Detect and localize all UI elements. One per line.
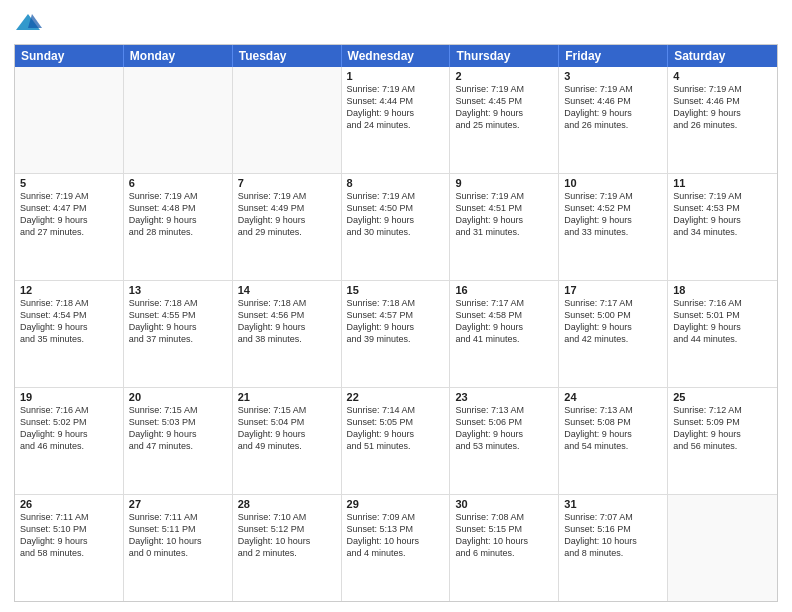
day-number: 14 [238, 284, 336, 296]
day-number: 6 [129, 177, 227, 189]
day-info: Sunrise: 7:17 AM Sunset: 4:58 PM Dayligh… [455, 297, 553, 346]
logo-icon [14, 10, 42, 38]
day-number: 13 [129, 284, 227, 296]
day-info: Sunrise: 7:10 AM Sunset: 5:12 PM Dayligh… [238, 511, 336, 560]
calendar-cell: 23Sunrise: 7:13 AM Sunset: 5:06 PM Dayli… [450, 388, 559, 494]
calendar-cell: 3Sunrise: 7:19 AM Sunset: 4:46 PM Daylig… [559, 67, 668, 173]
calendar-cell [668, 495, 777, 601]
day-info: Sunrise: 7:16 AM Sunset: 5:01 PM Dayligh… [673, 297, 772, 346]
day-info: Sunrise: 7:19 AM Sunset: 4:50 PM Dayligh… [347, 190, 445, 239]
day-info: Sunrise: 7:15 AM Sunset: 5:03 PM Dayligh… [129, 404, 227, 453]
day-info: Sunrise: 7:18 AM Sunset: 4:57 PM Dayligh… [347, 297, 445, 346]
day-number: 20 [129, 391, 227, 403]
calendar-cell: 19Sunrise: 7:16 AM Sunset: 5:02 PM Dayli… [15, 388, 124, 494]
calendar-cell: 12Sunrise: 7:18 AM Sunset: 4:54 PM Dayli… [15, 281, 124, 387]
calendar-row-1: 1Sunrise: 7:19 AM Sunset: 4:44 PM Daylig… [15, 67, 777, 174]
calendar-cell: 29Sunrise: 7:09 AM Sunset: 5:13 PM Dayli… [342, 495, 451, 601]
calendar-cell: 1Sunrise: 7:19 AM Sunset: 4:44 PM Daylig… [342, 67, 451, 173]
day-number: 25 [673, 391, 772, 403]
day-number: 5 [20, 177, 118, 189]
day-number: 16 [455, 284, 553, 296]
day-info: Sunrise: 7:16 AM Sunset: 5:02 PM Dayligh… [20, 404, 118, 453]
calendar-cell: 8Sunrise: 7:19 AM Sunset: 4:50 PM Daylig… [342, 174, 451, 280]
day-number: 4 [673, 70, 772, 82]
top-section [14, 10, 778, 38]
calendar-body: 1Sunrise: 7:19 AM Sunset: 4:44 PM Daylig… [15, 67, 777, 601]
calendar-cell: 6Sunrise: 7:19 AM Sunset: 4:48 PM Daylig… [124, 174, 233, 280]
calendar-cell: 25Sunrise: 7:12 AM Sunset: 5:09 PM Dayli… [668, 388, 777, 494]
header-day-wednesday: Wednesday [342, 45, 451, 67]
header-day-monday: Monday [124, 45, 233, 67]
calendar-row-3: 12Sunrise: 7:18 AM Sunset: 4:54 PM Dayli… [15, 281, 777, 388]
day-info: Sunrise: 7:19 AM Sunset: 4:47 PM Dayligh… [20, 190, 118, 239]
day-number: 18 [673, 284, 772, 296]
day-info: Sunrise: 7:15 AM Sunset: 5:04 PM Dayligh… [238, 404, 336, 453]
day-number: 11 [673, 177, 772, 189]
day-info: Sunrise: 7:14 AM Sunset: 5:05 PM Dayligh… [347, 404, 445, 453]
calendar-row-4: 19Sunrise: 7:16 AM Sunset: 5:02 PM Dayli… [15, 388, 777, 495]
day-info: Sunrise: 7:07 AM Sunset: 5:16 PM Dayligh… [564, 511, 662, 560]
calendar-cell: 14Sunrise: 7:18 AM Sunset: 4:56 PM Dayli… [233, 281, 342, 387]
day-info: Sunrise: 7:11 AM Sunset: 5:10 PM Dayligh… [20, 511, 118, 560]
logo [14, 10, 46, 38]
page: SundayMondayTuesdayWednesdayThursdayFrid… [0, 0, 792, 612]
calendar-cell: 11Sunrise: 7:19 AM Sunset: 4:53 PM Dayli… [668, 174, 777, 280]
calendar-cell: 22Sunrise: 7:14 AM Sunset: 5:05 PM Dayli… [342, 388, 451, 494]
calendar-cell: 31Sunrise: 7:07 AM Sunset: 5:16 PM Dayli… [559, 495, 668, 601]
calendar-cell: 10Sunrise: 7:19 AM Sunset: 4:52 PM Dayli… [559, 174, 668, 280]
day-number: 1 [347, 70, 445, 82]
header-day-saturday: Saturday [668, 45, 777, 67]
calendar-cell: 16Sunrise: 7:17 AM Sunset: 4:58 PM Dayli… [450, 281, 559, 387]
day-info: Sunrise: 7:19 AM Sunset: 4:49 PM Dayligh… [238, 190, 336, 239]
day-number: 26 [20, 498, 118, 510]
calendar-cell: 20Sunrise: 7:15 AM Sunset: 5:03 PM Dayli… [124, 388, 233, 494]
day-info: Sunrise: 7:19 AM Sunset: 4:53 PM Dayligh… [673, 190, 772, 239]
day-number: 21 [238, 391, 336, 403]
day-info: Sunrise: 7:13 AM Sunset: 5:08 PM Dayligh… [564, 404, 662, 453]
calendar-cell [15, 67, 124, 173]
calendar-cell: 15Sunrise: 7:18 AM Sunset: 4:57 PM Dayli… [342, 281, 451, 387]
day-info: Sunrise: 7:18 AM Sunset: 4:56 PM Dayligh… [238, 297, 336, 346]
calendar: SundayMondayTuesdayWednesdayThursdayFrid… [14, 44, 778, 602]
day-info: Sunrise: 7:09 AM Sunset: 5:13 PM Dayligh… [347, 511, 445, 560]
day-number: 29 [347, 498, 445, 510]
day-number: 3 [564, 70, 662, 82]
calendar-cell [233, 67, 342, 173]
day-number: 24 [564, 391, 662, 403]
calendar-header: SundayMondayTuesdayWednesdayThursdayFrid… [15, 45, 777, 67]
header-day-thursday: Thursday [450, 45, 559, 67]
day-info: Sunrise: 7:08 AM Sunset: 5:15 PM Dayligh… [455, 511, 553, 560]
day-info: Sunrise: 7:17 AM Sunset: 5:00 PM Dayligh… [564, 297, 662, 346]
calendar-cell: 7Sunrise: 7:19 AM Sunset: 4:49 PM Daylig… [233, 174, 342, 280]
day-number: 27 [129, 498, 227, 510]
calendar-cell: 21Sunrise: 7:15 AM Sunset: 5:04 PM Dayli… [233, 388, 342, 494]
calendar-cell: 5Sunrise: 7:19 AM Sunset: 4:47 PM Daylig… [15, 174, 124, 280]
header-day-sunday: Sunday [15, 45, 124, 67]
day-info: Sunrise: 7:11 AM Sunset: 5:11 PM Dayligh… [129, 511, 227, 560]
calendar-cell: 24Sunrise: 7:13 AM Sunset: 5:08 PM Dayli… [559, 388, 668, 494]
day-number: 28 [238, 498, 336, 510]
day-number: 31 [564, 498, 662, 510]
day-number: 10 [564, 177, 662, 189]
day-info: Sunrise: 7:19 AM Sunset: 4:52 PM Dayligh… [564, 190, 662, 239]
calendar-cell: 17Sunrise: 7:17 AM Sunset: 5:00 PM Dayli… [559, 281, 668, 387]
day-info: Sunrise: 7:19 AM Sunset: 4:46 PM Dayligh… [564, 83, 662, 132]
day-info: Sunrise: 7:18 AM Sunset: 4:54 PM Dayligh… [20, 297, 118, 346]
header-day-tuesday: Tuesday [233, 45, 342, 67]
day-number: 19 [20, 391, 118, 403]
calendar-cell: 28Sunrise: 7:10 AM Sunset: 5:12 PM Dayli… [233, 495, 342, 601]
calendar-cell: 26Sunrise: 7:11 AM Sunset: 5:10 PM Dayli… [15, 495, 124, 601]
day-number: 23 [455, 391, 553, 403]
day-info: Sunrise: 7:19 AM Sunset: 4:46 PM Dayligh… [673, 83, 772, 132]
calendar-row-2: 5Sunrise: 7:19 AM Sunset: 4:47 PM Daylig… [15, 174, 777, 281]
day-number: 22 [347, 391, 445, 403]
calendar-cell: 9Sunrise: 7:19 AM Sunset: 4:51 PM Daylig… [450, 174, 559, 280]
svg-marker-1 [28, 14, 42, 28]
day-number: 12 [20, 284, 118, 296]
calendar-cell: 30Sunrise: 7:08 AM Sunset: 5:15 PM Dayli… [450, 495, 559, 601]
day-number: 9 [455, 177, 553, 189]
day-number: 2 [455, 70, 553, 82]
day-number: 7 [238, 177, 336, 189]
header-day-friday: Friday [559, 45, 668, 67]
calendar-cell [124, 67, 233, 173]
